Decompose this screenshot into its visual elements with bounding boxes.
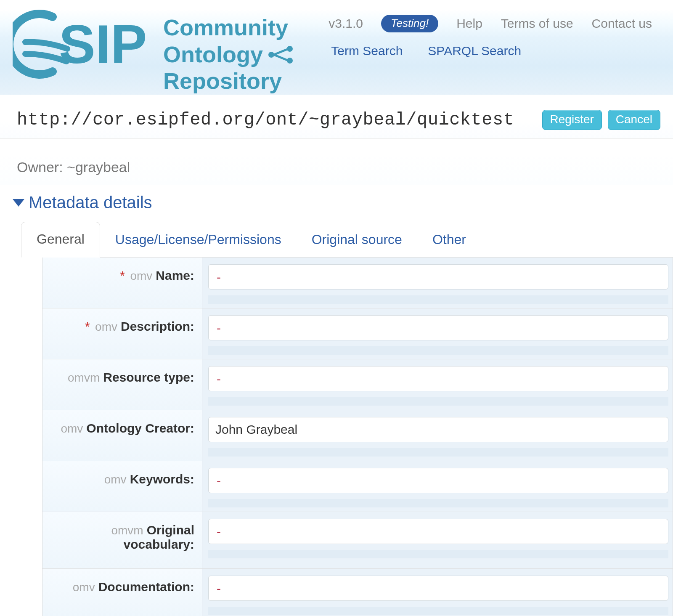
- field-namespace: omv: [73, 581, 95, 594]
- value-underbar: [208, 607, 668, 615]
- help-link[interactable]: Help: [456, 16, 482, 31]
- form-table: * omvName:-* omvDescription:-omvmResourc…: [42, 258, 673, 616]
- svg-point-2: [287, 46, 293, 52]
- field-name: Keywords:: [130, 472, 194, 486]
- field-label: omvmOriginal vocabulary:: [42, 512, 202, 568]
- brand-line3: Repository: [163, 68, 282, 95]
- top-links: v3.1.0 Testing! Help Terms of use Contac…: [329, 15, 652, 32]
- svg-point-1: [268, 52, 274, 58]
- owner-row: Owner: ~graybeal: [0, 139, 673, 185]
- value-underbar: [208, 295, 668, 304]
- owner-value: ~graybeal: [67, 159, 130, 175]
- ontology-url: http://cor.esipfed.org/ont/~graybeal/qui…: [17, 110, 514, 130]
- field-value-cell: [202, 410, 673, 461]
- field-name: Resource type:: [103, 370, 194, 384]
- svg-line-4: [274, 49, 287, 55]
- brand-title: Community Ontology Repository: [163, 8, 294, 95]
- field-label: omvDocumentation:: [42, 569, 202, 616]
- form-row: omvOntology Creator:: [42, 410, 673, 461]
- field-label: * omvDescription:: [42, 308, 202, 359]
- sub-links: Term Search SPARQL Search: [329, 44, 521, 58]
- tab-usage[interactable]: Usage/License/Permissions: [100, 223, 297, 258]
- field-value-cell: -: [202, 461, 673, 512]
- value-underbar: [208, 550, 668, 558]
- field-namespace: omvm: [111, 524, 143, 537]
- field-input[interactable]: [208, 468, 668, 493]
- value-underbar: [208, 448, 668, 457]
- form-row: omvKeywords:-: [42, 461, 673, 512]
- field-value-cell: -: [202, 308, 673, 359]
- field-input[interactable]: [208, 519, 668, 544]
- logo-block: SIP Community Ontology Repository: [13, 8, 294, 95]
- section-title: Metadata details: [29, 193, 152, 212]
- version-label: v3.1.0: [329, 16, 363, 31]
- metadata-details-toggle[interactable]: Metadata details: [0, 185, 673, 221]
- form-row: * omvName:-: [42, 258, 673, 308]
- field-value-cell: -: [202, 569, 673, 616]
- brand-line2: Ontology: [163, 41, 263, 68]
- field-input[interactable]: [208, 576, 668, 601]
- brand-line1: Community: [163, 14, 288, 41]
- field-input[interactable]: [208, 315, 668, 340]
- field-name: Name:: [156, 268, 194, 282]
- sparql-search-link[interactable]: SPARQL Search: [428, 44, 521, 58]
- field-namespace: omv: [130, 269, 152, 282]
- tabs-wrap: General Usage/License/Permissions Origin…: [0, 221, 673, 616]
- field-label: * omvName:: [42, 258, 202, 308]
- cancel-button[interactable]: Cancel: [608, 110, 660, 130]
- field-input[interactable]: [208, 417, 668, 442]
- url-row: http://cor.esipfed.org/ont/~graybeal/qui…: [0, 95, 673, 139]
- testing-badge: Testing!: [382, 15, 438, 32]
- field-namespace: omvm: [68, 371, 100, 384]
- form-row: omvDocumentation:-: [42, 569, 673, 616]
- caret-down-icon: [13, 199, 24, 207]
- owner-label: Owner:: [17, 159, 67, 175]
- header-right: v3.1.0 Testing! Help Terms of use Contac…: [329, 8, 656, 58]
- svg-line-5: [274, 55, 287, 60]
- header: SIP Community Ontology Repository v3.1.0…: [0, 0, 673, 95]
- field-label: omvKeywords:: [42, 461, 202, 512]
- term-search-link[interactable]: Term Search: [331, 44, 403, 58]
- value-underbar: [208, 397, 668, 406]
- field-name: Documentation:: [98, 580, 194, 594]
- field-name: Ontology Creator:: [86, 421, 194, 435]
- ontology-graph-icon: [267, 45, 294, 64]
- form-row: omvmOriginal vocabulary:-: [42, 512, 673, 569]
- svg-text:SIP: SIP: [59, 13, 147, 75]
- svg-point-3: [287, 58, 293, 64]
- form-row: * omvDescription:-: [42, 308, 673, 359]
- field-input[interactable]: [208, 264, 668, 289]
- field-label: omvOntology Creator:: [42, 410, 202, 461]
- required-asterisk: *: [85, 319, 90, 333]
- field-input[interactable]: [208, 366, 668, 391]
- contact-link[interactable]: Contact us: [592, 16, 652, 31]
- esip-logo: SIP: [13, 8, 156, 80]
- tab-general[interactable]: General: [21, 222, 100, 258]
- field-value-cell: -: [202, 359, 673, 410]
- form-row: omvmResource type:-: [42, 359, 673, 410]
- tab-other[interactable]: Other: [417, 223, 481, 258]
- terms-link[interactable]: Terms of use: [501, 16, 573, 31]
- tab-source[interactable]: Original source: [297, 223, 417, 258]
- register-button[interactable]: Register: [542, 110, 602, 130]
- field-name: Description:: [121, 319, 194, 333]
- required-asterisk: *: [120, 268, 125, 282]
- value-underbar: [208, 499, 668, 507]
- field-namespace: omv: [95, 320, 117, 333]
- field-value-cell: -: [202, 258, 673, 308]
- field-namespace: omv: [61, 422, 83, 435]
- field-value-cell: -: [202, 512, 673, 568]
- field-namespace: omv: [104, 473, 127, 486]
- field-label: omvmResource type:: [42, 359, 202, 410]
- tabs: General Usage/License/Permissions Origin…: [21, 221, 673, 258]
- value-underbar: [208, 346, 668, 355]
